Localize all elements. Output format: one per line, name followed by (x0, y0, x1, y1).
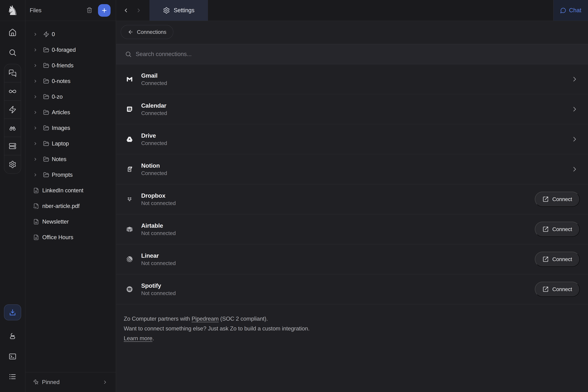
chevron-right-icon[interactable] (571, 106, 578, 112)
tree-item-0-foraged[interactable]: 0-foraged (26, 42, 116, 58)
connection-status: Not connected (141, 290, 176, 296)
chevron-right-icon[interactable] (33, 32, 38, 36)
connection-row-calendar[interactable]: 31 Calendar Connected (116, 94, 588, 124)
connection-row-dropbox[interactable]: Dropbox Not connected Connect (116, 184, 588, 214)
file-text-icon (33, 234, 39, 240)
files-header: Files (26, 0, 116, 21)
connection-row-airtable[interactable]: Airtable Not connected Connect (116, 214, 588, 244)
connect-button-label: Connect (552, 196, 572, 202)
connect-button-airtable[interactable]: Connect (535, 222, 580, 237)
folder-icon (43, 156, 49, 162)
binoculars-icon[interactable] (4, 119, 21, 137)
chevron-right-icon[interactable] (33, 79, 38, 84)
connection-row-spotify[interactable]: Spotify Not connected Connect (116, 274, 588, 304)
chat-threads-icon[interactable] (4, 64, 21, 82)
files-sidebar: Files 0 0-foraged 0-fri (26, 0, 116, 392)
connection-name: Gmail (141, 72, 167, 79)
tree-item-0-friends[interactable]: 0-friends (26, 58, 116, 73)
arrow-left-icon (128, 29, 134, 35)
connection-status: Connected (141, 170, 167, 176)
chevron-right-icon[interactable] (571, 76, 578, 82)
search-connections-input[interactable] (136, 51, 320, 58)
connect-button-spotify[interactable]: Connect (535, 282, 580, 297)
history-back-icon[interactable] (123, 7, 129, 14)
tree-item-0[interactable]: 0 (26, 26, 116, 42)
connection-row-gmail[interactable]: Gmail Connected (116, 64, 588, 94)
tree-item-notes[interactable]: Notes (26, 152, 116, 167)
connection-status: Not connected (141, 230, 176, 236)
chevron-right-icon[interactable] (571, 166, 578, 172)
chevron-right-icon[interactable] (571, 136, 578, 142)
infinity-icon[interactable] (4, 82, 21, 100)
tree-item-linkedin-content[interactable]: LinkedIn content (26, 183, 116, 198)
tree-item-label: 0-notes (52, 78, 70, 84)
folder-icon (43, 109, 49, 116)
moon-cloud-icon[interactable] (8, 332, 17, 340)
list-icon[interactable] (8, 372, 17, 381)
chevron-right-icon[interactable] (33, 172, 38, 177)
external-link-icon (542, 226, 549, 232)
tree-item-label: Notes (52, 156, 66, 162)
zap-icon[interactable] (4, 100, 21, 119)
connections-back-label: Connections (137, 29, 166, 35)
chat-button-label: Chat (569, 7, 581, 14)
chevron-right-icon[interactable] (102, 380, 108, 385)
tree-item-0-notes[interactable]: 0-notes (26, 73, 116, 89)
tree-item-prompts[interactable]: Prompts (26, 167, 116, 183)
tree-item-laptop[interactable]: Laptop (26, 136, 116, 152)
tree-item-newsletter[interactable]: Newsletter (26, 214, 116, 230)
chevron-right-icon[interactable] (33, 126, 38, 130)
external-link-icon (542, 286, 549, 292)
tree-item-nber-article-pdf[interactable]: PDF nber-article.pdf (26, 198, 116, 214)
terminal-icon[interactable] (8, 352, 17, 361)
tree-item-label: LinkedIn content (42, 187, 83, 194)
spotify-icon (126, 286, 133, 293)
connect-button-linear[interactable]: Connect (535, 252, 580, 267)
connect-button-dropbox[interactable]: Connect (535, 192, 580, 207)
zap-icon (43, 31, 49, 37)
gear-icon[interactable] (4, 155, 21, 174)
pipedream-link[interactable]: Pipedream (192, 316, 219, 322)
tree-item-label: Newsletter (42, 218, 69, 225)
tree-item-0-zo[interactable]: 0-zo (26, 89, 116, 104)
home-icon[interactable] (8, 28, 17, 37)
app-window: ♞ (0, 0, 588, 392)
chevron-right-icon[interactable] (33, 63, 38, 68)
pin-icon (33, 379, 39, 385)
chevron-right-icon[interactable] (33, 110, 38, 115)
trash-icon[interactable] (86, 7, 93, 14)
tree-item-office-hours[interactable]: Office Hours (26, 230, 116, 245)
zo-pegasus-logo-icon[interactable]: ♞ (0, 0, 25, 21)
pinned-section[interactable]: Pinned (26, 372, 116, 392)
download-button[interactable] (4, 304, 21, 320)
new-file-button[interactable] (98, 4, 110, 17)
folder-icon (43, 94, 49, 100)
file-text-icon (33, 219, 39, 225)
connections-footer: Zo Computer partners with Pipedream (SOC… (116, 304, 588, 343)
tree-item-label: 0-zo (52, 94, 63, 100)
connections-back-button[interactable]: Connections (121, 25, 173, 39)
connection-text: Gmail Connected (141, 72, 167, 86)
chevron-right-icon[interactable] (33, 94, 38, 99)
history-forward-icon[interactable] (136, 7, 142, 14)
tab-settings[interactable]: Settings (150, 0, 208, 21)
tree-item-articles[interactable]: Articles (26, 104, 116, 120)
chat-button[interactable]: Chat (553, 0, 588, 21)
pinned-label: Pinned (42, 379, 60, 386)
plus-icon (101, 7, 108, 14)
tree-item-images[interactable]: Images (26, 120, 116, 136)
connection-row-drive[interactable]: Drive Connected (116, 124, 588, 154)
search-connections-bar (116, 44, 588, 64)
chevron-right-icon[interactable] (33, 141, 38, 146)
airtable-icon (126, 226, 133, 233)
tree-item-label: 0 (52, 31, 55, 38)
chevron-right-icon[interactable] (33, 157, 38, 162)
server-icon[interactable] (4, 137, 21, 155)
learn-more-link[interactable]: Learn more (124, 335, 152, 342)
connections-page: Connections Gmail Connected (116, 21, 588, 392)
chevron-right-icon[interactable] (33, 48, 38, 52)
search-icon[interactable] (8, 48, 17, 57)
connection-row-notion[interactable]: N Notion Connected (116, 154, 588, 184)
connection-row-linear[interactable]: Linear Not connected Connect (116, 244, 588, 274)
connection-status: Connected (141, 80, 167, 86)
